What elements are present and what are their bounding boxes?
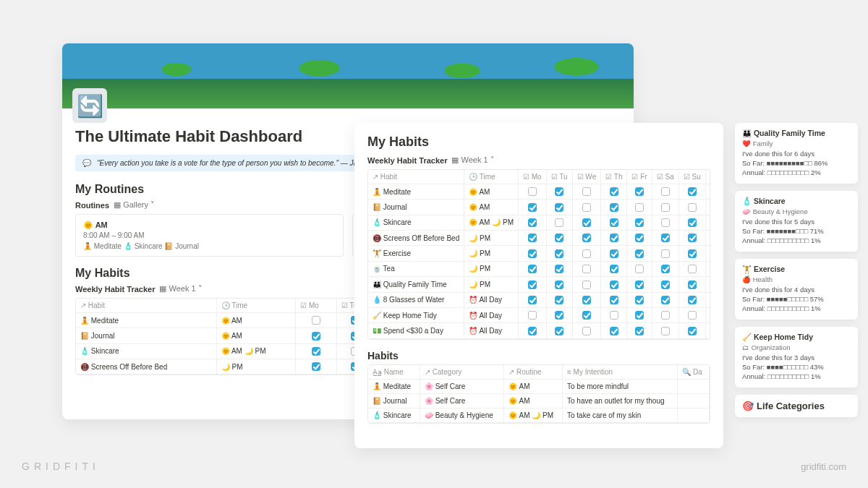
checkbox-icon[interactable] bbox=[555, 218, 563, 227]
day-cell[interactable] bbox=[678, 184, 705, 200]
day-cell[interactable] bbox=[627, 277, 652, 292]
day-cell[interactable] bbox=[601, 277, 627, 292]
checkbox-icon[interactable] bbox=[661, 281, 670, 289]
table-row[interactable]: 💵 Spend <$30 a Day⏰ All Day71% bbox=[368, 323, 710, 338]
checkbox-icon[interactable] bbox=[582, 327, 591, 335]
col-header[interactable]: ↗ Habit bbox=[368, 170, 464, 184]
day-cell[interactable] bbox=[572, 184, 601, 200]
col-header[interactable]: ↗ Category bbox=[420, 365, 503, 380]
checkbox-icon[interactable] bbox=[312, 332, 320, 341]
checkbox-icon[interactable] bbox=[528, 327, 537, 335]
day-cell[interactable] bbox=[678, 231, 705, 246]
checkbox-icon[interactable] bbox=[555, 234, 563, 242]
day-cell[interactable] bbox=[678, 323, 705, 338]
checkbox-icon[interactable] bbox=[610, 296, 618, 304]
day-cell[interactable] bbox=[519, 261, 547, 276]
checkbox-icon[interactable] bbox=[688, 281, 697, 289]
day-cell[interactable] bbox=[546, 277, 572, 292]
table-row[interactable]: 🍵 Tea🌙 PM57% bbox=[368, 261, 710, 276]
checkbox-icon[interactable] bbox=[661, 327, 670, 335]
day-cell[interactable] bbox=[627, 184, 652, 200]
day-cell[interactable] bbox=[678, 292, 705, 307]
day-cell[interactable] bbox=[678, 277, 705, 292]
tracker-view-front[interactable]: ▦ Week 1 ˅ bbox=[451, 155, 494, 165]
day-cell[interactable] bbox=[652, 261, 678, 276]
day-cell[interactable] bbox=[296, 359, 337, 374]
day-cell[interactable] bbox=[519, 246, 547, 261]
checkbox-icon[interactable] bbox=[582, 218, 591, 227]
table-row[interactable]: 🧹 Keep Home Tidy⏰ All Day43% bbox=[368, 307, 710, 322]
table-row[interactable]: 📵 Screens Off Before Bed🌙 PM100% bbox=[368, 231, 710, 246]
col-header[interactable]: ↗ Routine bbox=[504, 365, 563, 380]
checkbox-icon[interactable] bbox=[610, 281, 618, 289]
checkbox-icon[interactable] bbox=[635, 311, 644, 320]
checkbox-icon[interactable] bbox=[555, 203, 563, 212]
col-header[interactable]: ≡ My Intention bbox=[563, 365, 678, 380]
checkbox-icon[interactable] bbox=[555, 296, 563, 304]
checkbox-icon[interactable] bbox=[635, 187, 644, 196]
checkbox-icon[interactable] bbox=[528, 187, 537, 196]
checkbox-icon[interactable] bbox=[688, 296, 697, 304]
checkbox-icon[interactable] bbox=[688, 218, 697, 227]
checkbox-icon[interactable] bbox=[312, 316, 320, 325]
checkbox-icon[interactable] bbox=[635, 327, 644, 335]
day-cell[interactable] bbox=[546, 292, 572, 307]
col-header[interactable]: ☑ Fr bbox=[627, 170, 652, 184]
col-header[interactable]: ☑ Tu bbox=[546, 170, 572, 184]
checkbox-icon[interactable] bbox=[555, 327, 563, 335]
day-cell[interactable] bbox=[296, 343, 337, 359]
day-cell[interactable] bbox=[601, 307, 627, 322]
table-row[interactable]: 📔 Journal🌞 AM43% bbox=[368, 200, 710, 215]
table-row[interactable]: 🧘 Meditate🌸 Self Care🌞 AMTo be more mind… bbox=[368, 379, 710, 393]
day-cell[interactable] bbox=[652, 231, 678, 246]
day-cell[interactable] bbox=[652, 184, 678, 200]
day-cell[interactable] bbox=[678, 246, 705, 261]
checkbox-icon[interactable] bbox=[528, 218, 537, 227]
checkbox-icon[interactable] bbox=[582, 234, 591, 242]
day-cell[interactable] bbox=[627, 323, 652, 338]
day-cell[interactable] bbox=[546, 200, 572, 215]
habit-summary-card[interactable]: 🧴 Skincare 🧼 Beauty & Hygiene I've done … bbox=[735, 191, 858, 252]
day-cell[interactable] bbox=[652, 246, 678, 261]
day-cell[interactable] bbox=[678, 215, 705, 230]
day-cell[interactable] bbox=[572, 215, 601, 230]
checkbox-icon[interactable] bbox=[312, 362, 320, 371]
col-header[interactable]: Σ Week % bbox=[705, 170, 710, 184]
day-cell[interactable] bbox=[627, 246, 652, 261]
checkbox-icon[interactable] bbox=[610, 187, 618, 196]
day-cell[interactable] bbox=[572, 277, 601, 292]
col-header[interactable]: ☑ Mo bbox=[296, 299, 337, 313]
col-header[interactable]: ☑ Th bbox=[601, 170, 627, 184]
checkbox-icon[interactable] bbox=[688, 187, 697, 196]
tracker-view-back[interactable]: ▦ Week 1 ˅ bbox=[159, 284, 202, 294]
checkbox-icon[interactable] bbox=[661, 203, 670, 212]
col-header[interactable]: 🕒 Time bbox=[216, 299, 295, 313]
checkbox-icon[interactable] bbox=[528, 311, 537, 320]
day-cell[interactable] bbox=[652, 215, 678, 230]
day-cell[interactable] bbox=[627, 215, 652, 230]
day-cell[interactable] bbox=[601, 261, 627, 276]
day-cell[interactable] bbox=[652, 323, 678, 338]
checkbox-icon[interactable] bbox=[635, 249, 644, 258]
checkbox-icon[interactable] bbox=[610, 311, 618, 320]
checkbox-icon[interactable] bbox=[661, 218, 670, 227]
routines-db-label[interactable]: Routines bbox=[75, 201, 109, 210]
habit-summary-card[interactable]: 🏋️ Exercise 🍎 Health I've done this for … bbox=[735, 259, 858, 320]
day-cell[interactable] bbox=[627, 292, 652, 307]
routines-view-select[interactable]: ▦ Gallery ˅ bbox=[114, 200, 155, 210]
habit-summary-card[interactable]: 🧹 Keep Home Tidy 🗂 Organization I've don… bbox=[735, 327, 858, 388]
day-cell[interactable] bbox=[546, 184, 572, 200]
life-categories-heading[interactable]: 🎯Life Categories bbox=[735, 395, 858, 417]
col-header[interactable]: A̲a̲ Name bbox=[368, 365, 420, 380]
table-row[interactable]: 🧘 Meditate🌞 AM57% bbox=[368, 184, 710, 200]
day-cell[interactable] bbox=[627, 231, 652, 246]
checkbox-icon[interactable] bbox=[610, 218, 618, 227]
checkbox-icon[interactable] bbox=[688, 311, 697, 320]
day-cell[interactable] bbox=[546, 261, 572, 276]
day-cell[interactable] bbox=[572, 231, 601, 246]
day-cell[interactable] bbox=[652, 292, 678, 307]
day-cell[interactable] bbox=[601, 200, 627, 215]
checkbox-icon[interactable] bbox=[610, 249, 618, 258]
table-row[interactable]: 👪 Quality Family Time🌙 PM86% bbox=[368, 277, 710, 292]
day-cell[interactable] bbox=[519, 292, 547, 307]
